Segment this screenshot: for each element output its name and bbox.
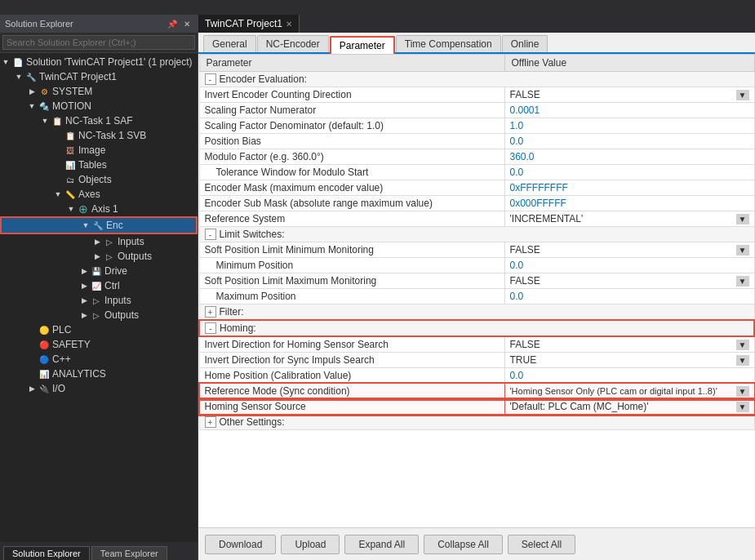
dropdown-invert-dir-homing[interactable]: ▼ <box>736 340 749 350</box>
section-encoder-eval[interactable]: - Encoder Evaluation: <box>199 72 754 87</box>
arrow-inputs-axis: ▶ <box>78 296 90 304</box>
tab-time-compensation[interactable]: Time Compensation <box>396 35 501 52</box>
tree-item-ctrl[interactable]: ▶ 📈 Ctrl <box>0 278 198 293</box>
system-label: SYSTEM <box>52 86 92 97</box>
tree-item-safety[interactable]: ▶ 🔴 SAFETY <box>0 337 198 352</box>
value-reference-mode[interactable]: 'Homing Sensor Only (PLC cam or digital … <box>504 384 754 399</box>
tree-item-axis1[interactable]: ▼ ⊕ Axis 1 <box>0 202 198 216</box>
tree-item-objects[interactable]: ▶ 🗂 Objects <box>0 172 198 187</box>
value-homing-sensor-source[interactable]: 'Default: PLC Cam (MC_Home)' ▼ <box>504 399 754 415</box>
tree-item-outputs-axis[interactable]: ▶ ▷ Outputs <box>0 308 198 322</box>
col-offline-value: Offline Value <box>504 55 754 72</box>
value-scaling-numerator[interactable]: 0.0001 <box>504 103 754 118</box>
value-invert-dir-sync[interactable]: TRUE ▼ <box>504 353 754 368</box>
pin-icon[interactable]: 📌 <box>165 19 180 29</box>
motion-icon: 🔩 <box>38 100 51 113</box>
io-label: I/O <box>52 383 65 394</box>
arrow-system: ▶ <box>26 87 38 96</box>
tree-item-system[interactable]: ▶ ⚙ SYSTEM <box>0 84 198 99</box>
axes-icon: 📏 <box>64 188 77 201</box>
tab-parameter[interactable]: Parameter <box>330 36 395 54</box>
section-filter[interactable]: + Filter: <box>199 304 754 321</box>
tree-item-analytics[interactable]: ▶ 📊 ANALYTICS <box>0 367 198 381</box>
section-other-settings[interactable]: + Other Settings: <box>199 415 754 430</box>
doc-tab-project[interactable]: TwinCAT Project1 ✕ <box>198 15 300 33</box>
section-homing[interactable]: - Homing: <box>199 320 754 336</box>
collapse-all-button[interactable]: Collapse All <box>424 535 503 554</box>
tree-item-axes[interactable]: ▼ 📏 Axes <box>0 187 198 202</box>
tree-item-plc[interactable]: ▶ 🟡 PLC <box>0 322 198 337</box>
collapse-limit-switches[interactable]: - <box>205 229 216 240</box>
expand-filter[interactable]: + <box>205 306 216 318</box>
arrow-inputs-enc: ▶ <box>91 238 103 246</box>
tree-item-io[interactable]: ▶ 🔌 I/O <box>0 381 198 396</box>
tree-item-cpp[interactable]: ▶ 🔵 C++ <box>0 352 198 367</box>
expand-other-settings[interactable]: + <box>205 416 216 428</box>
analytics-icon: 📊 <box>38 367 51 380</box>
dropdown-invert-encoder[interactable]: ▼ <box>736 90 749 100</box>
value-invert-dir-homing[interactable]: FALSE ▼ <box>504 336 754 353</box>
search-input[interactable] <box>2 35 195 50</box>
tree-item-solution[interactable]: ▼ 📄 Solution 'TwinCAT Project1' (1 proje… <box>0 55 198 69</box>
tree-item-enc[interactable]: ▼ 🔧 Enc <box>0 216 198 234</box>
section-limit-switches[interactable]: - Limit Switches: <box>199 227 754 242</box>
value-home-position[interactable]: 0.0 <box>504 368 754 384</box>
value-modulo-factor[interactable]: 360.0 <box>504 149 754 165</box>
tree-item-inputs-axis[interactable]: ▶ ▷ Inputs <box>0 293 198 308</box>
tab-general[interactable]: General <box>203 35 256 52</box>
dropdown-reference-mode[interactable]: ▼ <box>736 386 749 397</box>
tree-item-image[interactable]: ▶ 🖼 Image <box>0 143 198 158</box>
value-invert-encoder[interactable]: FALSE ▼ <box>504 87 754 103</box>
tree-item-outputs-enc[interactable]: ▶ ▷ Outputs <box>0 249 198 264</box>
dropdown-soft-pos-min[interactable]: ▼ <box>736 245 749 256</box>
tree-item-inputs-enc[interactable]: ▶ ▷ Inputs <box>0 234 198 249</box>
param-tolerance-window: Tolerance Window for Modulo Start <box>199 165 504 180</box>
doc-tab-title: TwinCAT Project1 <box>205 18 282 29</box>
value-position-bias[interactable]: 0.0 <box>504 134 754 149</box>
tab-online[interactable]: Online <box>502 35 548 52</box>
upload-button[interactable]: Upload <box>281 535 340 554</box>
tree-item-nctask1saf[interactable]: ▼ 📋 NC-Task 1 SAF <box>0 113 198 128</box>
arrow-axes: ▼ <box>52 190 64 198</box>
dropdown-soft-pos-max[interactable]: ▼ <box>736 276 749 287</box>
inputs-axis-label: Inputs <box>104 295 131 306</box>
tree-item-project[interactable]: ▼ 🔧 TwinCAT Project1 <box>0 69 198 84</box>
param-min-position: Minimum Position <box>199 258 504 273</box>
value-min-position[interactable]: 0.0 <box>504 258 754 273</box>
tab-nc-encoder[interactable]: NC-Encoder <box>257 35 329 52</box>
value-reference-system[interactable]: 'INCREMENTAL' ▼ <box>504 211 754 227</box>
tab-solution-explorer[interactable]: Solution Explorer <box>3 546 90 560</box>
image-icon: 🖼 <box>64 144 77 157</box>
param-encoder-sub-mask: Encoder Sub Mask (absolute range maximum… <box>199 196 504 211</box>
value-tolerance-window[interactable]: 0.0 <box>504 165 754 180</box>
tab-team-explorer[interactable]: Team Explorer <box>91 546 167 560</box>
collapse-encoder-eval[interactable]: - <box>205 73 216 85</box>
download-button[interactable]: Download <box>205 535 276 554</box>
arrow-drive: ▶ <box>78 267 90 275</box>
expand-all-button[interactable]: Expand All <box>344 535 419 554</box>
tree-item-tables[interactable]: ▶ 📊 Tables <box>0 158 198 172</box>
select-all-button[interactable]: Select All <box>508 535 575 554</box>
panel-title: Solution Explorer <box>5 19 73 29</box>
value-soft-pos-max[interactable]: FALSE ▼ <box>504 273 754 289</box>
value-encoder-mask[interactable]: 0xFFFFFFFF <box>504 180 754 196</box>
close-panel-icon[interactable]: ✕ <box>181 19 193 29</box>
tree-item-motion[interactable]: ▼ 🔩 MOTION <box>0 99 198 113</box>
doc-tab-close[interactable]: ✕ <box>286 20 292 29</box>
row-soft-pos-min: Soft Position Limit Minimum Monitoring F… <box>199 242 754 258</box>
system-icon: ⚙ <box>38 85 51 98</box>
value-soft-pos-min[interactable]: FALSE ▼ <box>504 242 754 258</box>
dropdown-invert-dir-sync[interactable]: ▼ <box>736 355 749 366</box>
collapse-homing[interactable]: - <box>205 322 216 334</box>
row-max-position: Maximum Position 0.0 <box>199 289 754 304</box>
dropdown-reference-system[interactable]: ▼ <box>736 214 749 224</box>
param-scaling-numerator: Scaling Factor Numerator <box>199 103 504 118</box>
arrow-project: ▼ <box>13 73 24 81</box>
dropdown-homing-sensor-source[interactable]: ▼ <box>736 402 749 412</box>
value-max-position[interactable]: 0.0 <box>504 289 754 304</box>
tree-item-drive[interactable]: ▶ 💾 Drive <box>0 264 198 278</box>
tree-item-nctask1svb[interactable]: ▶ 📋 NC-Task 1 SVB <box>0 128 198 143</box>
value-scaling-denominator[interactable]: 1.0 <box>504 118 754 134</box>
inputs-enc-icon: ▷ <box>103 235 116 248</box>
value-encoder-sub-mask[interactable]: 0x000FFFFF <box>504 196 754 211</box>
